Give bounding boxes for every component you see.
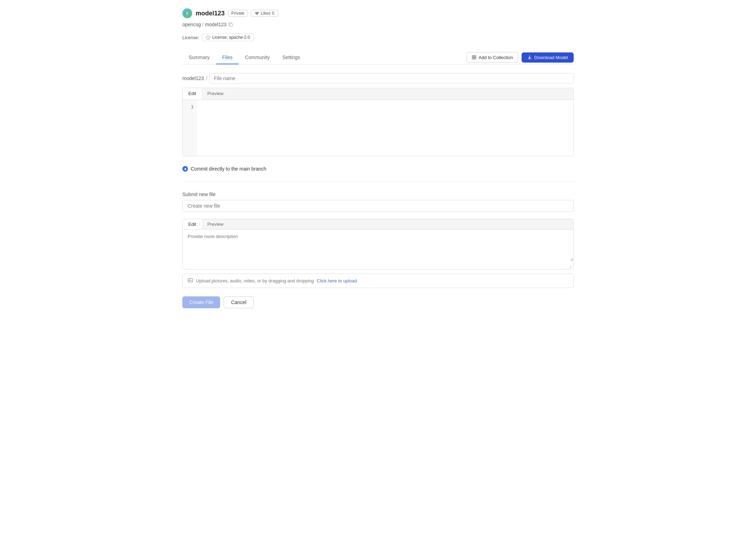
file-name-input[interactable] — [209, 73, 574, 84]
license-badge: License: apache-2.0 — [202, 34, 254, 41]
file-path-row: model123 / — [182, 73, 574, 84]
file-breadcrumb: model123 — [182, 75, 204, 81]
commit-option: Commit directly to the main branch — [182, 166, 574, 172]
license-row: License: License: apache-2.0 — [182, 34, 574, 41]
download-model-button[interactable]: Download Model — [522, 52, 574, 63]
file-path-sep: / — [206, 75, 208, 81]
tab-files[interactable]: Files — [216, 51, 239, 64]
cancel-button[interactable]: Cancel — [224, 296, 254, 308]
nav-actions: Add to Collection Download Model — [466, 52, 574, 63]
svg-rect-6 — [474, 56, 476, 57]
upload-link[interactable]: Click here to upload — [317, 278, 357, 283]
model-header: model123 Private Likes 0 — [182, 8, 574, 18]
tab-summary[interactable]: Summary — [182, 51, 216, 64]
model-logo — [182, 8, 192, 18]
breadcrumb-separator: / — [202, 22, 204, 27]
nav-tabs: Summary Files Community Settings — [182, 51, 306, 64]
main-editor-container: Edit Preview 1 — [182, 88, 574, 156]
likes-label: Likes — [261, 11, 270, 16]
line-number-1: 1 — [186, 103, 194, 111]
download-model-label: Download Model — [534, 55, 568, 60]
breadcrumb-org: opencsg — [182, 22, 201, 27]
breadcrumb-model: model123 — [205, 22, 227, 27]
create-file-button[interactable]: Create File — [182, 296, 220, 308]
submit-label: Submit new file — [182, 192, 574, 197]
description-textarea[interactable] — [183, 230, 573, 261]
license-label: License: — [182, 35, 199, 40]
svg-rect-9 — [188, 279, 192, 282]
nav-section: Summary Files Community Settings Add to … — [182, 51, 574, 65]
model-name: model123 — [196, 10, 225, 17]
tab-settings[interactable]: Settings — [276, 51, 306, 64]
license-value: License: apache-2.0 — [212, 35, 250, 40]
action-buttons: Create File Cancel — [182, 296, 574, 308]
commit-option-label: Commit directly to the main branch — [191, 166, 266, 172]
editor-textarea[interactable] — [197, 100, 573, 156]
svg-rect-5 — [472, 56, 474, 57]
likes-count: 0 — [272, 11, 274, 16]
upload-text: Upload pictures, audio, video, or by dra… — [196, 278, 314, 283]
editor-tabs: Edit Preview — [183, 88, 573, 100]
likes-badge: Likes 0 — [251, 10, 278, 17]
commit-section: Commit directly to the main branch — [182, 166, 574, 182]
upload-icon — [188, 278, 193, 284]
editor-body: 1 — [183, 100, 573, 156]
line-numbers: 1 — [183, 100, 197, 156]
private-badge: Private — [228, 10, 247, 17]
resize-handle: ⌟ — [183, 262, 573, 269]
svg-rect-7 — [472, 58, 474, 59]
submit-section: Submit new file — [182, 192, 574, 212]
add-to-collection-button[interactable]: Add to Collection — [466, 52, 518, 63]
svg-rect-3 — [230, 23, 233, 26]
file-editor-section: model123 / Edit Preview 1 — [182, 73, 574, 156]
description-tab-edit[interactable]: Edit — [183, 219, 202, 229]
svg-rect-8 — [474, 58, 476, 59]
tab-community[interactable]: Community — [239, 51, 276, 64]
commit-radio[interactable] — [182, 166, 188, 172]
copy-icon[interactable] — [228, 22, 233, 27]
upload-row: Upload pictures, audio, video, or by dra… — [182, 274, 574, 288]
breadcrumb: opencsg / model123 — [182, 22, 574, 27]
editor-tab-preview[interactable]: Preview — [202, 88, 229, 100]
description-editor: Edit Preview ⌟ — [182, 219, 574, 269]
create-file-input[interactable] — [182, 200, 574, 212]
add-to-collection-label: Add to Collection — [479, 55, 513, 60]
svg-point-2 — [186, 12, 188, 14]
description-tabs: Edit Preview — [183, 219, 573, 230]
editor-tab-edit[interactable]: Edit — [183, 88, 202, 100]
description-tab-preview[interactable]: Preview — [202, 219, 229, 229]
